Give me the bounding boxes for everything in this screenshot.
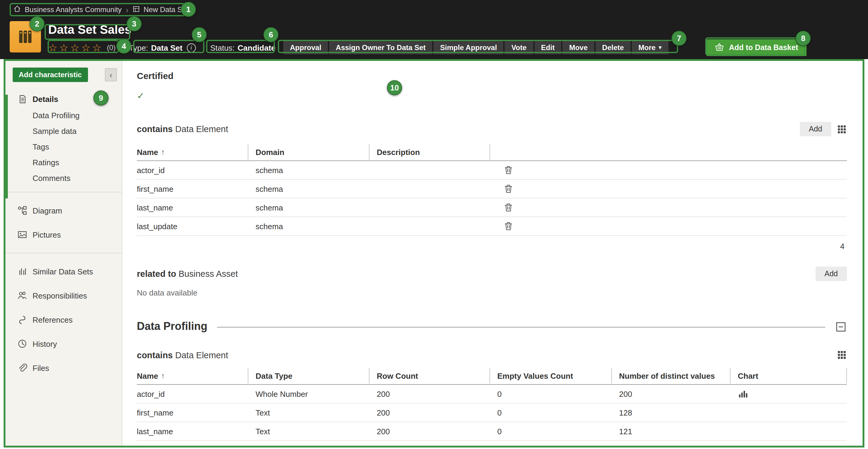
sidebar-item-label: Tags	[33, 142, 49, 151]
cell-distinct: 128	[612, 408, 731, 417]
sidebar-item-tags[interactable]: Tags	[5, 139, 122, 154]
add-characteristic-button[interactable]: Add characteristic	[13, 67, 88, 82]
add-to-data-basket-button[interactable]: Add to Data Basket	[707, 39, 807, 56]
collapse-section-icon[interactable]	[835, 321, 847, 333]
collapse-sidebar-button[interactable]: ‹	[105, 68, 117, 82]
sidebar-item-data-profiling[interactable]: Data Profiling	[5, 107, 122, 123]
status-label: Status:	[210, 43, 235, 52]
column-header-description[interactable]: Description	[370, 144, 490, 160]
column-header-domain[interactable]: Domain	[248, 144, 370, 160]
data-profiling-header: Data Profiling	[137, 320, 847, 333]
trash-icon[interactable]	[503, 202, 514, 213]
status-value: Candidate	[238, 43, 276, 52]
add-business-asset-button[interactable]: Add	[815, 267, 847, 281]
sidebar-item-history[interactable]: History	[5, 332, 122, 356]
content-frame: Add characteristic ‹ Details Data Profil…	[4, 59, 864, 448]
sidebar-item-diagram[interactable]: Diagram	[5, 199, 122, 222]
data-profiling-title: Data Profiling	[137, 320, 207, 333]
main-content: Certified ✓ containsData Element Add Nam…	[122, 61, 863, 446]
cell-empty-values: 0	[490, 408, 612, 417]
relation-verb: contains	[137, 124, 173, 134]
breadcrumb-community[interactable]: Business Analysts Community	[13, 5, 121, 14]
column-label: Name	[137, 371, 158, 380]
table-row: actor_id Whole Number 200 0 200	[137, 385, 847, 403]
view-grid-icon[interactable]	[837, 124, 847, 134]
relation-title: related toBusiness Asset	[137, 269, 238, 279]
sidebar-item-label: Similar Data Sets	[33, 267, 93, 276]
breadcrumb-domain-label: New Data Sets	[144, 5, 192, 14]
cell-name: first_name	[137, 184, 248, 193]
more-label: More	[638, 43, 655, 52]
sidebar-item-sample-data[interactable]: Sample data	[5, 123, 122, 139]
column-header-distinct[interactable]: Number of distinct values	[612, 368, 731, 384]
profiling-contains-header: containsData Element	[137, 350, 847, 360]
column-label: Description	[377, 147, 420, 156]
row-count: 4	[137, 236, 847, 251]
similar-datasets-icon	[18, 267, 27, 276]
sidebar-item-comments[interactable]: Comments	[5, 170, 122, 186]
trash-icon[interactable]	[503, 221, 514, 232]
table-row: last_name Text 200 0 121	[137, 422, 847, 441]
column-header-name[interactable]: Name↑	[137, 144, 248, 160]
sidebar-item-files[interactable]: Files	[5, 356, 122, 380]
cell-domain: schema	[248, 184, 370, 193]
sidebar-item-responsibilities[interactable]: Responsibilities	[5, 283, 122, 307]
sidebar-item-ratings[interactable]: Ratings	[5, 154, 122, 170]
sidebar-item-label: Sample data	[33, 126, 76, 136]
column-label: Name	[137, 147, 158, 156]
column-header-empty-values[interactable]: Empty Values Count	[490, 368, 612, 384]
basket-label: Add to Data Basket	[729, 43, 798, 52]
approval-button[interactable]: Approval	[283, 41, 328, 54]
info-icon[interactable]: i	[187, 43, 195, 52]
move-button[interactable]: Move	[562, 41, 594, 54]
related-section-header: related toBusiness Asset Add	[137, 267, 847, 281]
trash-icon[interactable]	[503, 164, 514, 176]
more-button[interactable]: More ▾	[632, 41, 668, 54]
simple-approval-button[interactable]: Simple Approval	[433, 41, 504, 54]
sidebar-item-pictures[interactable]: Pictures	[5, 222, 122, 247]
add-data-element-button[interactable]: Add	[800, 122, 832, 136]
delete-button[interactable]: Delete	[595, 41, 630, 54]
column-header-name[interactable]: Name↑	[137, 368, 248, 384]
breadcrumb-domain[interactable]: New Data Sets	[133, 5, 192, 14]
basket-icon	[715, 42, 724, 53]
sort-asc-icon: ↑	[161, 371, 165, 380]
chart-icon[interactable]	[738, 389, 749, 398]
column-header-data-type[interactable]: Data Type	[248, 368, 370, 384]
table-row: first_name schema	[137, 180, 847, 199]
view-grid-icon[interactable]	[837, 350, 847, 360]
sidebar-item-label: Ratings	[33, 158, 59, 167]
assign-owner-button[interactable]: Assign Owner To Data Set	[329, 41, 432, 54]
cell-row-count: 200	[370, 427, 490, 436]
profiling-table: Name↑ Data Type Row Count Empty Values C…	[137, 367, 847, 441]
column-header-row-count[interactable]: Row Count	[370, 368, 490, 384]
star-rating-icon[interactable]: ☆☆☆☆☆	[48, 42, 103, 53]
section-divider	[217, 327, 825, 327]
sidebar-item-similar-data-sets[interactable]: Similar Data Sets	[5, 259, 122, 283]
trash-icon[interactable]	[503, 183, 514, 194]
sort-asc-icon: ↑	[161, 148, 165, 156]
cell-name: last_update	[137, 222, 248, 231]
document-icon	[18, 94, 27, 104]
cell-name: actor_id	[137, 166, 248, 175]
column-label: Domain	[255, 147, 284, 156]
sidebar-divider	[5, 253, 122, 253]
sidebar-divider	[5, 192, 122, 192]
cell-empty-values: 0	[490, 427, 612, 436]
edit-button[interactable]: Edit	[534, 41, 561, 54]
sidebar-item-label: Diagram	[33, 206, 62, 215]
diagram-icon	[18, 206, 27, 215]
contains-table: Name↑ Domain Description actor_id schema…	[137, 144, 847, 236]
table-header-row: Name↑ Data Type Row Count Empty Values C…	[137, 367, 847, 385]
column-header-actions	[490, 144, 847, 160]
cell-domain: schema	[248, 203, 370, 212]
sidebar-item-label: Files	[33, 363, 49, 372]
relation-target-type: Data Element	[175, 350, 228, 360]
column-label: Number of distinct values	[619, 371, 715, 380]
vote-button[interactable]: Vote	[505, 41, 533, 54]
relation-verb: contains	[137, 350, 173, 360]
column-header-chart[interactable]: Chart	[731, 368, 847, 384]
certified-title: Certified	[137, 70, 847, 81]
sidebar-item-references[interactable]: References	[5, 307, 122, 332]
sidebar-item-details[interactable]: Details	[5, 90, 122, 107]
